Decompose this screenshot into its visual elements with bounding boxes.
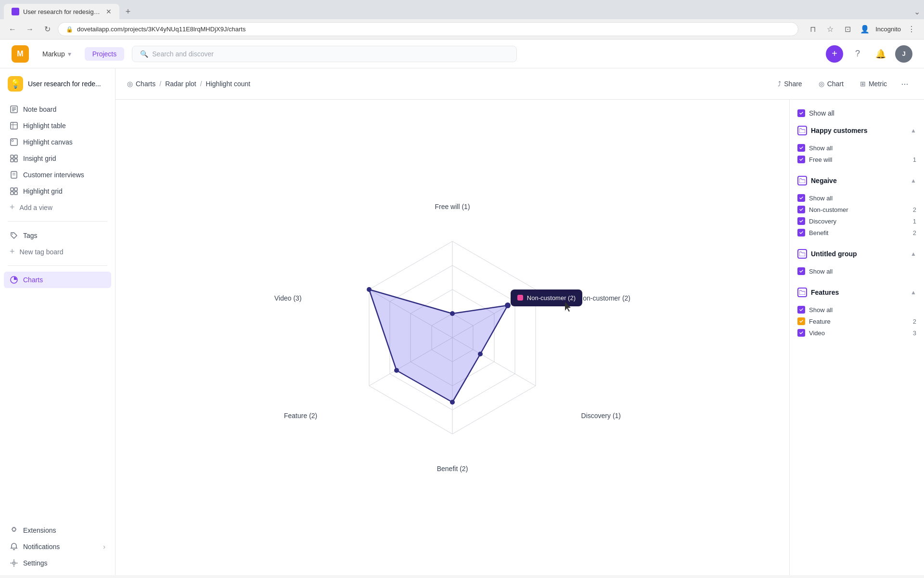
breadcrumb-highlight-count[interactable]: Highlight count [206, 80, 251, 88]
free-will-checkbox[interactable] [797, 156, 805, 163]
sidebar-item-highlight-canvas[interactable]: Highlight canvas [4, 134, 111, 150]
back-button[interactable]: ← [6, 23, 19, 36]
features-show-all-checkbox[interactable] [797, 306, 805, 314]
happy-show-all-checkbox[interactable] [797, 144, 805, 152]
breadcrumb-actions: ⤴ Share ◎ Chart ⊞ Metric ··· [771, 76, 912, 92]
feature-checkbox[interactable] [797, 317, 805, 325]
note-board-icon [10, 105, 18, 114]
reload-button[interactable]: ↻ [40, 23, 54, 36]
star-icon[interactable]: ☆ [823, 23, 837, 36]
highlight-grid-icon [10, 187, 18, 196]
panel-item-feature[interactable]: Feature 2 [797, 315, 916, 327]
panel-group-negaive-header[interactable]: Negaive ▲ [797, 173, 916, 188]
charts-breadcrumb-icon: ◎ [127, 80, 133, 88]
chart-area: Free will (1) Non-customer (2) Discovery… [116, 100, 924, 575]
markup-button[interactable]: Markup ▾ [37, 47, 77, 61]
untitled-show-all-label: Show all [809, 268, 916, 275]
video-checkbox[interactable] [797, 329, 805, 337]
more-options-button[interactable]: ··· [897, 76, 912, 92]
negaive-show-all-checkbox[interactable] [797, 194, 805, 202]
sidebar-item-tags[interactable]: Tags [4, 227, 111, 244]
panel-item-benefit[interactable]: Benefit 2 [797, 227, 916, 238]
panel-group-happy-customers-header[interactable]: Happy customers ▲ [797, 123, 916, 138]
app-header: M Markup ▾ Projects 🔍 Search and discove… [0, 39, 924, 68]
show-all-checkbox[interactable] [797, 109, 805, 117]
sidebar-item-settings[interactable]: Settings [4, 555, 111, 571]
sidebar-item-highlight-table[interactable]: Highlight table [4, 118, 111, 134]
search-bar[interactable]: 🔍 Search and discover [132, 46, 517, 62]
panel-show-all[interactable]: Show all [797, 107, 916, 119]
metric-button[interactable]: ⊞ Metric [854, 77, 893, 91]
svg-rect-18 [11, 192, 13, 195]
feature-label: Feature [809, 318, 909, 325]
benefit-label: Benefit [809, 229, 909, 236]
notifications-left: Notifications [10, 542, 60, 551]
breadcrumb-highlight-label: Highlight count [206, 80, 251, 88]
settings-icon [10, 559, 18, 567]
forward-button[interactable]: → [23, 23, 37, 36]
highlight-grid-label: Highlight grid [23, 187, 63, 195]
panel-group-features-header[interactable]: Features ▲ [797, 285, 916, 300]
discovery-checkbox[interactable] [797, 217, 805, 225]
tab-close-button[interactable]: ✕ [106, 8, 112, 15]
sidebar-item-insight-grid[interactable]: Insight grid [4, 150, 111, 167]
feature-count: 2 [913, 318, 916, 325]
svg-marker-33 [369, 289, 508, 402]
new-tab-button[interactable]: + [121, 5, 135, 18]
panel-item-discovery[interactable]: Discovery 1 [797, 215, 916, 227]
share-label: Share [784, 80, 802, 88]
benefit-checkbox[interactable] [797, 229, 805, 236]
panel-item-negaive-show-all[interactable]: Show all [797, 192, 916, 204]
breadcrumb-charts[interactable]: ◎ Charts [127, 80, 155, 88]
svg-point-22 [13, 562, 15, 565]
panel-item-happy-show-all[interactable]: Show all [797, 142, 916, 154]
untitled-show-all-checkbox[interactable] [797, 267, 805, 275]
breadcrumb-radar-plot[interactable]: Radar plot [165, 80, 196, 88]
panel-item-non-customer[interactable]: Non-customer 2 [797, 204, 916, 215]
add-button[interactable]: + [826, 45, 843, 63]
panel-item-free-will[interactable]: Free will 1 [797, 154, 916, 165]
sidebar-item-highlight-grid[interactable]: Highlight grid [4, 183, 111, 199]
url-bar[interactable]: 🔒 dovetailapp.com/projects/3KV4yNUq11E8l… [58, 22, 798, 36]
highlight-table-icon [10, 121, 18, 130]
workspace-button[interactable]: M [12, 45, 29, 63]
projects-button[interactable]: Projects [85, 47, 125, 61]
panel-group-untitled: Untitled group ▲ Show all [797, 246, 916, 277]
non-customer-checkbox[interactable] [797, 206, 805, 213]
sidebar-item-customer-interviews[interactable]: Customer interviews [4, 167, 111, 183]
non-customer-label: Non-customer [809, 206, 909, 213]
notifications-icon [10, 542, 18, 551]
help-button[interactable]: ? [849, 45, 866, 63]
more-browser-button[interactable]: ⋮ [905, 23, 918, 36]
radar-label-right: Non-customer (2) [578, 294, 630, 302]
panel-item-video[interactable]: Video 3 [797, 327, 916, 339]
share-button[interactable]: ⤴ Share [771, 77, 808, 91]
sidebar-item-notifications[interactable]: Notifications › [4, 539, 111, 555]
chart-button[interactable]: ◎ Chart [812, 77, 850, 91]
svg-rect-12 [14, 159, 17, 162]
cast-icon[interactable]: ⊓ [806, 23, 820, 36]
sidebar-item-charts[interactable]: Charts [4, 272, 111, 288]
features-chevron-icon: ▲ [911, 289, 916, 296]
free-will-label: Free will [809, 156, 909, 163]
incognito-icon: 👤 [858, 23, 872, 36]
chart-label: Chart [827, 80, 844, 88]
features-show-all-label: Show all [809, 306, 916, 314]
tab-menu-button[interactable]: ⌄ [914, 7, 920, 16]
panel-group-untitled-header[interactable]: Untitled group ▲ [797, 246, 916, 262]
panel-item-untitled-show-all[interactable]: Show all [797, 265, 916, 277]
extension-icon[interactable]: ⊡ [841, 23, 854, 36]
active-tab[interactable]: User research for redesigned ✕ [4, 4, 119, 19]
radar-grid [367, 241, 536, 434]
notification-button[interactable]: 🔔 [872, 45, 889, 63]
negaive-label: Negaive [811, 177, 907, 184]
sidebar-item-note-board[interactable]: Note board [4, 101, 111, 118]
svg-rect-9 [11, 155, 13, 158]
panel-item-features-show-all[interactable]: Show all [797, 304, 916, 315]
video-count: 3 [913, 329, 916, 337]
project-header[interactable]: 💡 User research for rede... [0, 68, 115, 99]
new-tag-button[interactable]: + New tag board [4, 244, 111, 260]
avatar[interactable]: J [895, 45, 912, 63]
sidebar-item-extensions[interactable]: Extensions [4, 522, 111, 539]
add-view-button[interactable]: + Add a view [4, 199, 111, 215]
